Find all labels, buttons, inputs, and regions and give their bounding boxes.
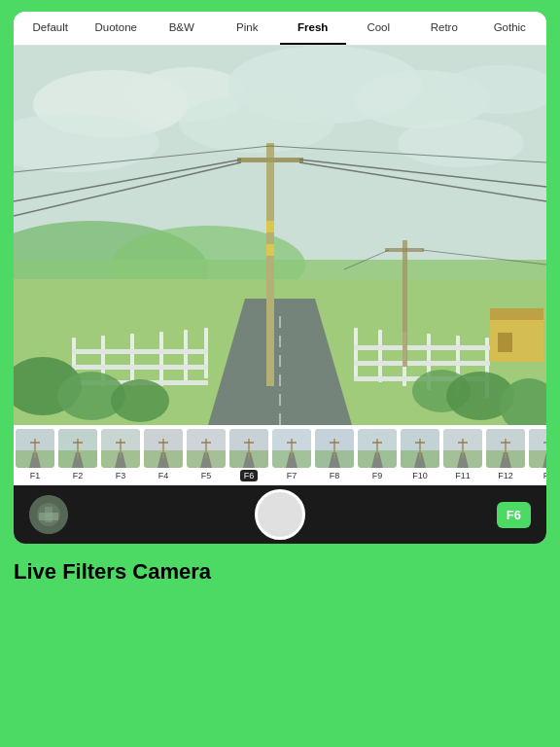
svg-rect-128 [501, 442, 510, 444]
thumbnail-label: F10 [408, 470, 432, 481]
main-image-area [14, 46, 546, 425]
active-filter-badge: F6 [497, 502, 531, 528]
thumbnail-label: F1 [26, 470, 45, 481]
svg-rect-110 [372, 442, 382, 444]
thumbnails-strip: F1 F2 F3 F4 F5 [14, 425, 546, 485]
app-title: Live Filters Camera [0, 544, 560, 592]
thumbnail-item[interactable]: F5 [186, 429, 227, 481]
thumbnail-label: F12 [494, 470, 517, 481]
thumbnail-preview[interactable] [29, 495, 68, 534]
filter-tab-pink[interactable]: Pink [215, 12, 281, 45]
thumbnail-item[interactable]: F10 [400, 429, 440, 481]
filter-tab-b&w[interactable]: B&W [149, 12, 215, 45]
filter-tab-cool[interactable]: Cool [346, 12, 412, 45]
svg-rect-92 [244, 442, 254, 444]
filter-tabs-bar: DefaultDuotoneB&WPinkFreshCoolRetroGothi… [14, 12, 546, 46]
svg-rect-138 [45, 507, 52, 522]
filter-tab-default[interactable]: Default [18, 12, 84, 45]
svg-rect-122 [458, 442, 468, 444]
svg-rect-80 [158, 442, 168, 444]
svg-rect-86 [201, 442, 211, 444]
svg-rect-104 [330, 442, 339, 444]
thumbnail-label: F3 [112, 470, 130, 481]
svg-rect-62 [30, 442, 40, 444]
svg-rect-68 [73, 442, 83, 444]
thumbnail-label: F11 [451, 470, 474, 481]
thumbnail-item[interactable]: F1 [528, 429, 546, 481]
thumbnail-item[interactable]: F8 [314, 429, 355, 481]
thumbnail-item[interactable]: F1 [15, 429, 55, 481]
camera-controls: F6 [14, 485, 546, 544]
filter-tab-fresh[interactable]: Fresh [280, 12, 346, 45]
thumbnail-label: F2 [69, 470, 88, 481]
svg-rect-56 [14, 46, 546, 425]
thumbnail-label: F4 [155, 470, 173, 481]
thumbnail-label: F1 [540, 470, 546, 481]
thumbnail-label: F7 [283, 470, 301, 481]
thumbnail-label: F8 [326, 470, 344, 481]
filter-tab-gothic[interactable]: Gothic [477, 12, 543, 45]
shutter-button[interactable] [255, 489, 305, 540]
thumbnail-label: F6 [240, 470, 259, 481]
svg-rect-134 [543, 442, 546, 444]
thumbnail-item[interactable]: F11 [442, 429, 483, 481]
svg-rect-116 [415, 442, 425, 444]
thumbnail-item[interactable]: F6 [228, 429, 269, 481]
thumbnail-item[interactable]: F2 [57, 429, 98, 481]
thumbnail-item[interactable]: F4 [143, 429, 184, 481]
filter-tab-duotone[interactable]: Duotone [84, 12, 150, 45]
thumbnail-item[interactable]: F12 [485, 429, 526, 481]
filter-tab-retro[interactable]: Retro [411, 12, 477, 45]
thumbnail-item[interactable]: F9 [357, 429, 398, 481]
thumbnail-item[interactable]: F7 [271, 429, 312, 481]
svg-rect-130 [529, 429, 546, 450]
thumbnail-label: F9 [368, 470, 387, 481]
svg-rect-98 [287, 442, 297, 444]
thumbnail-label: F5 [197, 470, 216, 481]
svg-rect-74 [116, 442, 125, 444]
thumbnail-item[interactable]: F3 [100, 429, 141, 481]
app-container: DefaultDuotoneB&WPinkFreshCoolRetroGothi… [0, 0, 560, 544]
phone-frame: DefaultDuotoneB&WPinkFreshCoolRetroGothi… [14, 12, 546, 544]
